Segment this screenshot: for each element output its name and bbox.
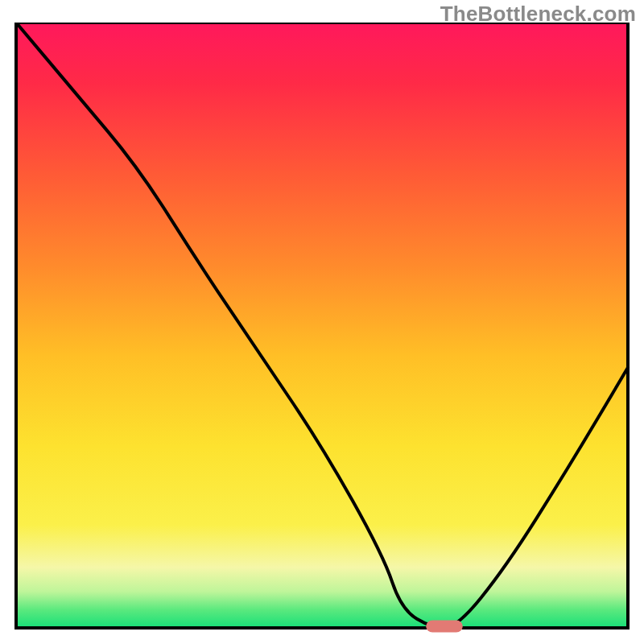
plot-area bbox=[16, 23, 628, 628]
gradient-background bbox=[16, 23, 628, 628]
optimal-marker bbox=[426, 621, 463, 633]
chart-container: TheBottleneck.com bbox=[0, 0, 644, 644]
bottleneck-chart bbox=[0, 23, 644, 644]
